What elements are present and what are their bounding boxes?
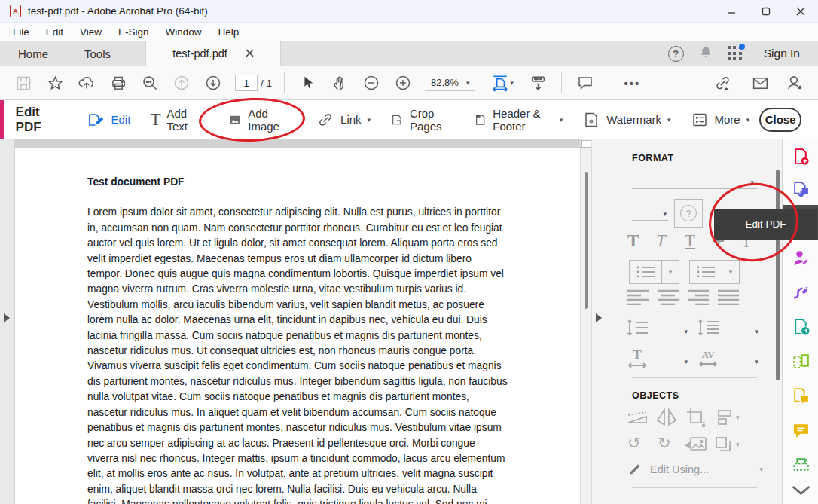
add-text-button[interactable]: T Add Text [150, 107, 196, 133]
rotate-clockwise-button[interactable]: ↻ [658, 435, 671, 451]
menu-file[interactable]: File [5, 25, 38, 39]
line-spacing-dropdown[interactable]: ▾ [653, 323, 689, 338]
comment-button[interactable] [574, 70, 597, 96]
fill-sign-tool-button[interactable] [783, 275, 818, 308]
expand-nav-pane-arrow-icon[interactable] [4, 313, 10, 322]
send-pdf-tool-button[interactable] [783, 310, 818, 343]
replace-image-button[interactable] [685, 435, 707, 453]
search-button[interactable] [139, 70, 161, 96]
underline-button[interactable]: T [685, 231, 695, 251]
comment-tool-button[interactable] [783, 414, 818, 447]
create-pdf-tool-button[interactable] [783, 139, 818, 173]
link-label: Link [340, 113, 362, 126]
scrollbar-top-box [581, 140, 591, 148]
align-center-button[interactable] [658, 289, 679, 305]
align-right-button[interactable] [688, 289, 709, 305]
scan-ocr-tool-button[interactable] [783, 448, 818, 481]
select-tool-button[interactable] [297, 70, 319, 96]
edit-using-label: Edit Using... [650, 463, 709, 475]
arrange-objects-dropdown[interactable]: ▾ [713, 435, 740, 454]
save-icon [15, 75, 32, 92]
hand-tool-button[interactable] [328, 70, 351, 96]
minimize-button[interactable] [714, 0, 749, 22]
maximize-button[interactable] [749, 0, 783, 22]
numbered-list-button[interactable] [689, 260, 722, 284]
edit-using-dropdown[interactable]: Edit Using... ▾ [627, 462, 763, 477]
horizontal-scale-dropdown[interactable]: ▾ [653, 353, 689, 368]
tab-tools[interactable]: Tools [66, 41, 129, 66]
menu-help[interactable]: Help [210, 25, 248, 39]
pdf-page[interactable]: Test document PDF Lorem ipsum dolor sit … [15, 148, 580, 504]
zoom-in-button[interactable] [392, 70, 414, 96]
crop-pages-icon [390, 111, 404, 129]
watermark-button[interactable]: Watermark ▾ [582, 111, 670, 129]
share-link-button[interactable] [711, 70, 734, 96]
zoom-level-dropdown[interactable]: 82.8% ▾ [425, 75, 475, 91]
collapse-panel-arrow-icon[interactable] [596, 313, 602, 322]
previous-page-button[interactable] [170, 70, 193, 96]
tab-document[interactable]: test-pdf.pdf [145, 41, 281, 66]
email-button[interactable] [749, 70, 771, 96]
align-objects-dropdown[interactable]: ▾ [713, 408, 740, 427]
favorite-button[interactable] [44, 70, 66, 96]
bold-button[interactable]: T [627, 231, 639, 251]
tab-bar: Home Tools test-pdf.pdf ? Sign In [0, 41, 818, 66]
apps-notification-dot [739, 44, 745, 50]
align-justify-button[interactable] [718, 289, 739, 305]
chevron-down-icon: ▾ [560, 116, 563, 124]
paragraph-spacing-icon [697, 319, 719, 337]
watermark-label: Watermark [606, 113, 661, 126]
scrollbar-thumb[interactable] [585, 172, 588, 309]
more-tools-button[interactable]: ••• [621, 70, 643, 96]
apps-grid-button[interactable] [728, 46, 743, 61]
format-help-button[interactable]: ? [674, 199, 703, 228]
sign-in-button[interactable]: Sign In [758, 47, 800, 60]
combine-files-tool-button[interactable] [783, 379, 818, 412]
menu-view[interactable]: View [72, 25, 110, 39]
zoom-out-button[interactable] [360, 70, 383, 96]
notifications-button[interactable] [699, 45, 713, 62]
menu-esign[interactable]: E-Sign [110, 25, 157, 39]
paragraph-spacing-dropdown[interactable]: ▾ [724, 323, 760, 338]
text-edit-frame[interactable]: Test document PDF Lorem ipsum dolor sit … [78, 170, 517, 504]
help-button[interactable]: ? [668, 46, 684, 62]
save-button[interactable] [12, 70, 35, 96]
align-left-button[interactable] [627, 289, 649, 305]
bullet-list-dropdown[interactable]: ▾ [661, 260, 679, 284]
more-options-icon [691, 111, 709, 129]
bullet-list-button[interactable] [629, 260, 662, 284]
document-scrollbar[interactable] [580, 139, 592, 504]
crop-object-button[interactable] [686, 408, 706, 427]
account-button[interactable] [783, 70, 806, 96]
page-display-button[interactable] [527, 70, 549, 96]
menu-window[interactable]: Window [157, 25, 210, 39]
next-page-button[interactable] [202, 70, 224, 96]
font-size-dropdown[interactable]: ▾ [632, 204, 668, 221]
crop-pages-button[interactable]: Crop Pages [390, 107, 454, 133]
link-button[interactable]: Link ▾ [316, 111, 371, 129]
edit-pdf-accent-strip [0, 100, 4, 139]
print-button[interactable] [107, 70, 130, 96]
header-footer-button[interactable]: Header & Footer ▾ [474, 107, 563, 133]
rotate-counterclockwise-button[interactable]: ↺ [627, 435, 641, 451]
more-button[interactable]: More ▾ [691, 111, 750, 129]
flip-horizontal-button[interactable] [656, 408, 677, 427]
page-number-input[interactable] [235, 75, 258, 91]
chevron-down-icon: ▾ [510, 79, 514, 87]
menu-edit[interactable]: Edit [38, 25, 72, 39]
numbered-list-dropdown[interactable]: ▾ [722, 260, 740, 284]
italic-button[interactable]: T [656, 231, 666, 251]
character-spacing-dropdown[interactable]: ▾ [724, 353, 760, 368]
close-edit-pdf-button[interactable]: Close [759, 108, 801, 132]
flip-vertical-button[interactable] [626, 409, 649, 427]
more-tools-rail-button[interactable] [783, 480, 818, 501]
close-window-button[interactable] [783, 0, 818, 22]
fit-width-button[interactable]: ▾ [486, 70, 517, 96]
tab-home[interactable]: Home [0, 41, 66, 66]
organize-pages-tool-button[interactable] [783, 344, 818, 377]
close-document-tab-button[interactable] [246, 47, 254, 60]
share-cloud-button[interactable] [75, 70, 98, 96]
edit-tool-button[interactable]: Edit [86, 110, 131, 130]
cloud-upload-icon [78, 74, 96, 92]
close-tab-icon [246, 49, 254, 57]
